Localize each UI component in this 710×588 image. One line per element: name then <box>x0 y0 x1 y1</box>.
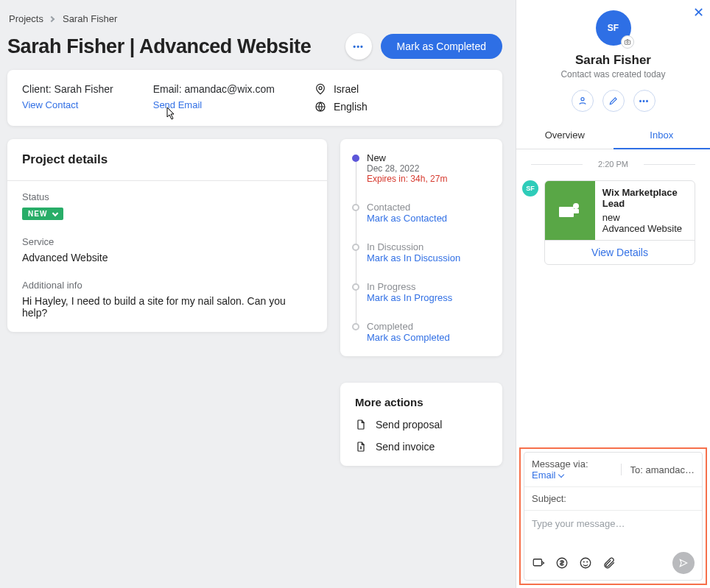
contact-subtitle: Contact was created today <box>560 69 665 79</box>
saved-replies-icon[interactable] <box>532 556 545 570</box>
timeline-dot <box>352 323 359 330</box>
status-label: Status <box>22 191 312 202</box>
svg-point-0 <box>319 87 322 90</box>
svg-rect-2 <box>625 40 630 44</box>
contact-name: Sarah Fisher <box>575 53 651 68</box>
timeline-title: In Progress <box>367 281 491 292</box>
subject-label: Subject: <box>532 493 566 504</box>
svg-rect-5 <box>559 207 574 217</box>
subject-input[interactable] <box>571 493 695 504</box>
view-details-link[interactable]: View Details <box>591 247 648 258</box>
message-via-select[interactable]: Email <box>532 470 563 481</box>
chevron-right-icon <box>49 15 55 21</box>
service-label: Service <box>22 236 312 247</box>
timeline-action-link[interactable]: Mark as Completed <box>367 332 491 343</box>
client-label: Client: Sarah Fisher <box>22 83 113 95</box>
timeline-step: CompletedMark as Completed <box>352 321 491 343</box>
additional-info-label: Additional info <box>22 280 312 291</box>
chevron-down-icon <box>52 210 58 216</box>
send-email-link[interactable]: Send Email <box>153 99 275 110</box>
invoice-icon <box>355 441 367 453</box>
timeline-dot <box>352 283 359 291</box>
send-invoice-action[interactable]: Send invoice <box>355 441 488 453</box>
edit-contact-button[interactable] <box>602 90 625 112</box>
location-icon <box>314 83 326 95</box>
svg-rect-7 <box>573 209 579 213</box>
location-value: Israel <box>334 83 359 95</box>
contact-info-button[interactable] <box>572 90 594 112</box>
timeline-action-link[interactable]: Mark as In Discussion <box>367 252 491 263</box>
mark-completed-button[interactable]: Mark as Completed <box>381 34 502 59</box>
message-via-label: Message via: <box>532 458 588 470</box>
message-avatar: SF <box>522 180 538 196</box>
timeline-step: In DiscussionMark as In Discussion <box>352 241 491 281</box>
svg-point-11 <box>583 562 584 562</box>
lead-message-card: Wix Marketplace Lead new Advanced Websit… <box>544 180 695 265</box>
lead-service: Advanced Website <box>602 223 687 234</box>
timeline-dot <box>352 155 359 162</box>
svg-point-12 <box>587 562 588 562</box>
svg-point-10 <box>580 558 591 568</box>
breadcrumb-current: Sarah Fisher <box>63 13 117 24</box>
project-details-card: Project details Status NEW Service Advan… <box>7 139 327 332</box>
timeline-title: In Discussion <box>367 241 491 252</box>
status-timeline-card: NewDec 28, 2022Expires in: 34h, 27mConta… <box>340 139 502 356</box>
message-composer-highlight: Message via: Email To: amandac… Subject: <box>519 447 707 585</box>
lead-status: new <box>602 212 687 223</box>
message-composer: Message via: Email To: amandac… Subject: <box>524 452 703 581</box>
timeline-expires: Expires in: 34h, 27m <box>367 174 491 184</box>
globe-icon <box>314 101 326 113</box>
timeline-step: NewDec 28, 2022Expires in: 34h, 27m <box>352 152 491 202</box>
timeline-action-link[interactable]: Mark as Contacted <box>367 213 491 224</box>
timeline-step: ContactedMark as Contacted <box>352 202 491 241</box>
svg-point-6 <box>573 203 579 209</box>
view-contact-link[interactable]: View Contact <box>22 99 113 110</box>
payment-icon[interactable] <box>555 556 569 570</box>
status-pill[interactable]: NEW <box>22 208 63 220</box>
send-message-button[interactable] <box>672 552 695 574</box>
service-value: Advanced Website <box>22 252 108 263</box>
more-options-button[interactable] <box>345 33 372 60</box>
timeline-action-link[interactable]: Mark as In Progress <box>367 292 491 303</box>
svg-point-3 <box>626 41 628 43</box>
breadcrumb-root[interactable]: Projects <box>9 13 43 24</box>
svg-point-4 <box>580 98 583 101</box>
attachment-icon[interactable] <box>602 556 616 570</box>
lead-title: Wix Marketplace Lead <box>602 187 687 209</box>
tab-overview[interactable]: Overview <box>516 122 614 149</box>
timeline-date: Dec 28, 2022 <box>367 163 491 174</box>
message-to-label: To: <box>630 464 643 475</box>
breadcrumb: Projects Sarah Fisher <box>7 13 502 32</box>
timeline-title: Contacted <box>367 202 491 213</box>
client-info-card: Client: Sarah Fisher View Contact Email:… <box>7 70 502 126</box>
timeline-title: New <box>367 152 491 163</box>
message-timestamp: 2:20 PM <box>531 160 695 169</box>
more-actions-heading: More actions <box>355 396 488 408</box>
chevron-down-icon <box>558 472 563 478</box>
close-panel-button[interactable]: ✕ <box>693 4 704 21</box>
emoji-icon[interactable] <box>579 556 592 570</box>
more-actions-card: More actions Send proposal Send invoice <box>340 383 502 466</box>
additional-info-value: Hi Hayley, I need to build a site for my… <box>22 295 286 319</box>
email-label: Email: amandac@wix.com <box>153 83 275 95</box>
lead-thumbnail <box>545 181 595 240</box>
message-to-value: amandac… <box>646 464 695 475</box>
message-body-input[interactable]: Type your message… <box>524 511 702 548</box>
camera-icon[interactable] <box>621 35 634 49</box>
tab-inbox[interactable]: Inbox <box>614 122 711 149</box>
svg-rect-8 <box>533 559 541 566</box>
page-title: Sarah Fisher | Advanced Website <box>7 35 311 58</box>
contact-side-panel: ✕ SF Sarah Fisher Contact was created to… <box>516 0 710 588</box>
send-proposal-action[interactable]: Send proposal <box>355 419 488 431</box>
timeline-title: Completed <box>367 321 491 332</box>
timeline-dot <box>352 204 359 211</box>
document-icon <box>355 419 367 431</box>
details-heading: Project details <box>22 152 312 167</box>
contact-more-button[interactable]: ••• <box>633 90 655 112</box>
timeline-step: In ProgressMark as In Progress <box>352 281 491 321</box>
language-value: English <box>334 101 368 113</box>
timeline-dot <box>352 244 359 251</box>
